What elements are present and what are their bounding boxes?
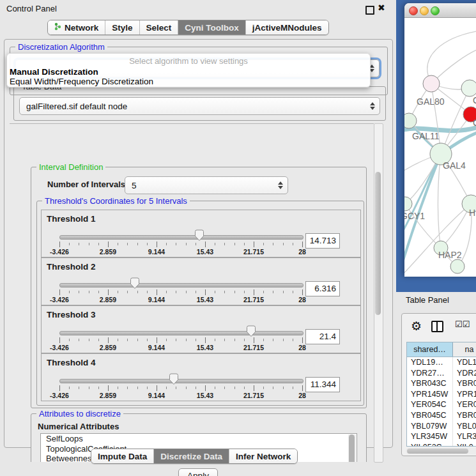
network-node[interactable] bbox=[450, 259, 464, 273]
tab-label: Network bbox=[65, 23, 98, 33]
slider-tick-labels: -3.4262.8599.14415.4321.71528 bbox=[59, 296, 302, 303]
column-header-shared-name[interactable]: shared… bbox=[407, 342, 453, 357]
slider-thumb[interactable] bbox=[194, 229, 204, 242]
table-row[interactable]: YLR345WYLR3 bbox=[407, 431, 476, 442]
slider-track[interactable] bbox=[59, 235, 303, 240]
tick-label: 28 bbox=[298, 344, 306, 351]
slider-track[interactable] bbox=[59, 379, 303, 383]
select-columns-icon[interactable]: ☑☑ bbox=[455, 319, 470, 329]
tick-label: 21.715 bbox=[243, 344, 264, 351]
tick-label: 15.43 bbox=[197, 248, 213, 256]
table-row[interactable]: YIL052CYIL0 bbox=[407, 442, 476, 447]
settings-vertical-scrollbar[interactable] bbox=[374, 123, 383, 463]
tick-label: 28 bbox=[298, 392, 306, 399]
gear-icon[interactable]: ⚙ bbox=[411, 319, 422, 333]
table-row[interactable]: YPR145WYPR1 bbox=[407, 389, 476, 400]
slider-track[interactable] bbox=[59, 331, 303, 335]
split-columns-icon[interactable] bbox=[431, 321, 443, 332]
table-cell[interactable]: YBR043C bbox=[407, 378, 453, 389]
table-cell[interactable]: YBL079W bbox=[407, 421, 453, 432]
slider-thumb[interactable] bbox=[169, 373, 179, 385]
table-cell[interactable]: YLR345W bbox=[407, 431, 453, 442]
threshold-label: Threshold 2 bbox=[47, 262, 96, 272]
table-cell[interactable]: YER0 bbox=[453, 399, 476, 410]
table-cell[interactable]: YBR0 bbox=[453, 410, 476, 421]
tab-impute-data[interactable]: Impute Data bbox=[91, 449, 154, 463]
table-cell[interactable]: YDR27… bbox=[407, 368, 453, 379]
dropdown-option-equal-width-frequency[interactable]: Equal Width/Frequency Discretization bbox=[10, 77, 153, 86]
tab-network[interactable]: Network bbox=[48, 20, 105, 35]
float-window-icon[interactable] bbox=[365, 6, 374, 15]
table-cell[interactable]: YPR145W bbox=[407, 389, 453, 400]
threshold-value-field[interactable]: 21.4 bbox=[305, 329, 340, 344]
threshold-panel: Threshold 4-3.4262.8599.14415.4321.71528… bbox=[41, 353, 361, 401]
threshold-value-field[interactable]: 6.316 bbox=[305, 281, 340, 296]
table-data-combobox[interactable]: galFiltered.sif default node bbox=[19, 97, 380, 115]
table-row[interactable]: YDR27…YDR2 bbox=[407, 368, 476, 379]
cyni-bottom-tabs: Impute DataDiscretize DataInfer Network bbox=[91, 449, 298, 464]
attributes-list-scrollbar[interactable] bbox=[348, 434, 356, 462]
table-cell[interactable]: YLR3 bbox=[453, 431, 476, 442]
network-node[interactable] bbox=[461, 80, 476, 96]
node-label: GAL4 bbox=[443, 160, 466, 171]
table-horizontal-scrollbar[interactable] bbox=[406, 448, 476, 454]
tab-style[interactable]: Style bbox=[105, 20, 139, 35]
table-row[interactable]: YBR043CYBR0 bbox=[407, 378, 476, 389]
screen: Control Panel ✖ NetworkStyleSelectCyni T… bbox=[0, 0, 476, 476]
tab-jactivemnodules[interactable]: jActiveMNodules bbox=[246, 20, 328, 35]
scrollbar-thumb[interactable] bbox=[375, 172, 381, 315]
node-label: GAL80 bbox=[417, 96, 445, 107]
table-cell[interactable]: YBL0 bbox=[453, 421, 476, 432]
dropdown-option-manual-discretization[interactable]: Manual Discretization bbox=[10, 67, 98, 77]
thresholds-group: Threshold's Coordinates for 5 Intervals … bbox=[36, 201, 364, 406]
tick-label: 2.859 bbox=[100, 344, 116, 351]
table-row[interactable]: YER054CYER0 bbox=[407, 399, 476, 410]
slider-track[interactable] bbox=[59, 283, 303, 288]
threshold-value-field[interactable]: 14.713 bbox=[305, 233, 340, 249]
attribute-list-item[interactable]: SelfLoops bbox=[41, 434, 357, 444]
tab-infer-network[interactable]: Infer Network bbox=[229, 449, 297, 463]
table-cell[interactable]: YER054C bbox=[407, 399, 453, 410]
slider-thumb[interactable] bbox=[246, 325, 256, 337]
number-of-intervals-label: Number of Intervals bbox=[47, 180, 125, 189]
group-title-attributes: Attributes to discretize bbox=[36, 409, 123, 418]
dropdown-prompt-item[interactable]: Select algorithm to view settings bbox=[7, 56, 370, 66]
table-cell[interactable]: YIL0 bbox=[453, 442, 476, 447]
tab-cyni-toolbox[interactable]: Cyni Toolbox bbox=[178, 20, 246, 35]
zoom-traffic-light-icon[interactable] bbox=[431, 6, 440, 15]
minimize-traffic-light-icon[interactable] bbox=[420, 6, 429, 15]
table-cell[interactable]: YBR045C bbox=[407, 410, 453, 421]
group-title-discretization-algorithm: Discretization Algorithm bbox=[15, 42, 107, 52]
network-node[interactable] bbox=[423, 75, 440, 92]
slider-thumb[interactable] bbox=[130, 277, 140, 289]
table-cell[interactable]: YDL19… bbox=[407, 357, 453, 368]
network-icon bbox=[54, 22, 61, 33]
tab-select[interactable]: Select bbox=[140, 20, 179, 35]
network-node[interactable] bbox=[404, 113, 417, 128]
column-header-name[interactable]: na bbox=[453, 342, 476, 357]
table-cell[interactable]: YDR2 bbox=[453, 368, 476, 379]
scrollbar-thumb[interactable] bbox=[407, 449, 468, 454]
close-icon[interactable]: ✖ bbox=[378, 3, 385, 13]
table-row[interactable]: YBR045CYBR0 bbox=[407, 410, 476, 421]
slider-tick-labels: -3.4262.8599.14415.4321.71528 bbox=[59, 344, 302, 351]
table-row[interactable]: YDL19…YDL1 bbox=[407, 357, 476, 368]
tab-discretize-data[interactable]: Discretize Data bbox=[154, 449, 229, 463]
threshold-value-field[interactable]: 11.344 bbox=[305, 377, 340, 392]
table-row[interactable]: YBL079WYBL0 bbox=[407, 421, 476, 432]
network-edge[interactable] bbox=[404, 154, 441, 235]
apply-button[interactable]: Apply bbox=[178, 468, 218, 476]
table-cell[interactable]: YDL1 bbox=[453, 357, 476, 368]
network-view-window: GAL80GCGAL11GAL4GCY1HHAP2 bbox=[404, 3, 476, 277]
network-edge[interactable] bbox=[427, 31, 476, 84]
table-cell[interactable]: YIL052C bbox=[407, 442, 453, 447]
network-canvas[interactable]: GAL80GCGAL11GAL4GCY1HHAP2 bbox=[404, 18, 476, 277]
numerical-attributes-label: Numerical Attributes bbox=[38, 422, 119, 431]
table-cell[interactable]: YPR1 bbox=[453, 389, 476, 400]
control-panel: Control Panel ✖ NetworkStyleSelectCyni T… bbox=[0, 0, 396, 476]
table-cell[interactable]: YBR0 bbox=[453, 378, 476, 389]
tick-label: -3.426 bbox=[50, 344, 69, 351]
close-traffic-light-icon[interactable] bbox=[409, 6, 418, 15]
number-of-intervals-combobox[interactable]: 5 bbox=[125, 176, 288, 194]
threshold-panel: Threshold 3-3.4262.8599.14415.4321.71528… bbox=[41, 305, 361, 353]
